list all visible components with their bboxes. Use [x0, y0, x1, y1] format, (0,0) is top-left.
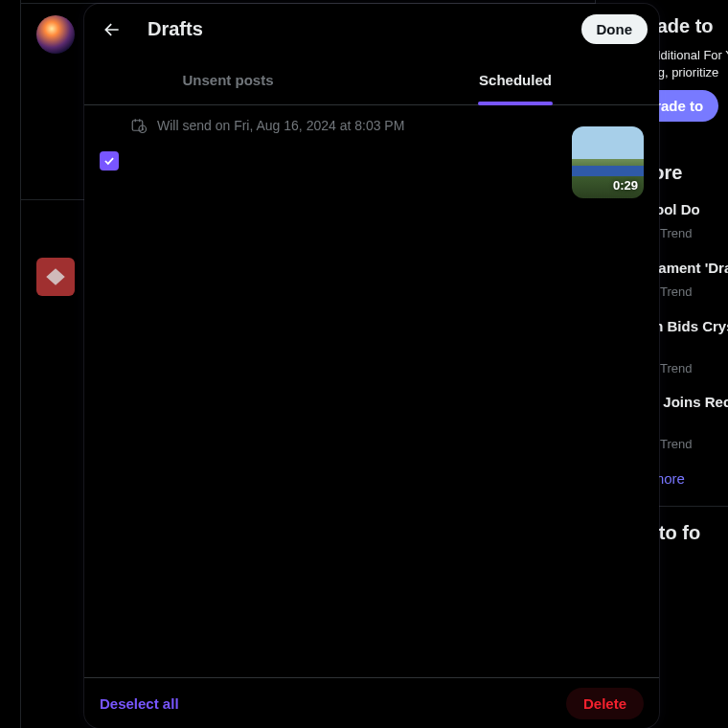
done-button[interactable]: Done	[581, 14, 648, 44]
modal-body: Will send on Fri, Aug 16, 2024 at 8:03 P…	[84, 105, 659, 677]
draft-media-thumbnail[interactable]: 0:29	[572, 126, 644, 198]
draft-main: Will send on Fri, Aug 16, 2024 at 8:03 P…	[130, 117, 560, 134]
modal-header: Drafts Done	[84, 4, 659, 55]
avatar	[36, 258, 75, 296]
drafts-modal: Drafts Done Unsent posts Scheduled	[84, 4, 659, 728]
bg-left-gutter	[0, 0, 21, 728]
tab-label: Scheduled	[479, 72, 552, 88]
deselect-all-button[interactable]: Deselect all	[100, 695, 179, 712]
trend-meta-text: Trend	[660, 361, 692, 375]
modal-title: Drafts	[148, 18, 562, 40]
scheduled-draft-item[interactable]: Will send on Fri, Aug 16, 2024 at 8:03 P…	[84, 105, 659, 214]
schedule-line: Will send on Fri, Aug 16, 2024 at 8:03 P…	[130, 117, 560, 134]
trend-meta-text: Trend	[660, 226, 692, 240]
check-icon	[102, 154, 116, 168]
schedule-text: Will send on Fri, Aug 16, 2024 at 8:03 P…	[157, 118, 404, 133]
trend-meta-text: Trend	[660, 284, 692, 299]
delete-button[interactable]: Delete	[566, 688, 644, 719]
arrow-left-icon	[102, 20, 122, 39]
calendar-clock-icon	[130, 117, 148, 134]
back-button[interactable]	[96, 13, 128, 46]
media-duration: 0:29	[613, 178, 638, 193]
tab-scheduled[interactable]: Scheduled	[372, 55, 659, 104]
modal-footer: Deselect all Delete	[84, 677, 659, 728]
avatar	[36, 15, 75, 54]
tab-label: Unsent posts	[182, 72, 273, 88]
tab-unsent-posts[interactable]: Unsent posts	[84, 55, 372, 104]
trend-meta-text: Trend	[660, 437, 692, 451]
draft-checkbox[interactable]	[100, 151, 119, 171]
tabs: Unsent posts Scheduled	[84, 55, 659, 105]
